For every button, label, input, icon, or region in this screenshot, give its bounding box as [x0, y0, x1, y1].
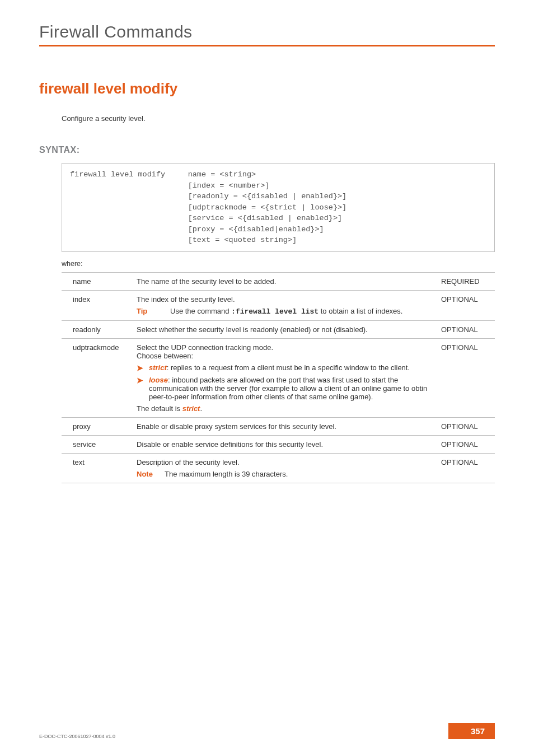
param-desc: The name of the security level to be add…	[134, 272, 439, 290]
tip-pre: Use the command	[170, 307, 231, 315]
param-desc: Description of the security level. Note …	[134, 453, 439, 483]
udp-intro2: Choose between:	[137, 352, 433, 360]
param-req: OPTIONAL	[439, 338, 495, 417]
param-req: REQUIRED	[439, 272, 495, 290]
syntax-block: firewall level modify name = <string> [i…	[62, 163, 495, 252]
param-name: text	[62, 453, 134, 483]
param-name: service	[62, 435, 134, 453]
doc-id: E-DOC-CTC-20061027-0004 v1.0	[39, 734, 115, 739]
default-pre: The default is	[137, 404, 182, 413]
default-line: The default is strict.	[137, 404, 433, 413]
table-row: text Description of the security level. …	[62, 453, 495, 483]
tip-text: Use the command :firewall level list to …	[170, 307, 402, 316]
tip-cmd: :firewall level list	[231, 307, 318, 316]
param-desc: Select the UDP connection tracking mode.…	[134, 338, 439, 417]
param-req: OPTIONAL	[439, 453, 495, 483]
table-row: name The name of the security level to b…	[62, 272, 495, 290]
param-desc: Select whether the security level is rea…	[134, 320, 439, 338]
param-name: index	[62, 290, 134, 320]
table-row: proxy Enable or disable proxy system ser…	[62, 417, 495, 435]
running-header: Firewall Commands	[39, 22, 495, 41]
param-desc: Disable or enable service definitions fo…	[134, 435, 439, 453]
footer: E-DOC-CTC-20061027-0004 v1.0 357	[39, 723, 495, 739]
bullet-text: loose: inbound packets are allowed on th…	[149, 376, 433, 401]
bullet-arrow-icon: ➤	[137, 376, 149, 401]
param-req: OPTIONAL	[439, 417, 495, 435]
loose-label: loose	[149, 376, 168, 384]
bullet-loose: ➤ loose: inbound packets are allowed on …	[137, 376, 433, 401]
strict-text: : replies to a request from a client mus…	[167, 363, 410, 372]
note-label: Note	[137, 470, 165, 478]
where-label: where:	[62, 260, 495, 268]
param-name: proxy	[62, 417, 134, 435]
bullet-arrow-icon: ➤	[137, 363, 149, 372]
params-table: name The name of the security level to b…	[62, 272, 495, 483]
text-line1: Description of the security level.	[137, 458, 433, 466]
intro-text: Configure a security level.	[62, 114, 495, 123]
default-post: .	[200, 404, 202, 413]
header-rule	[39, 45, 495, 46]
table-row: readonly Select whether the security lev…	[62, 320, 495, 338]
bullet-text: strict: replies to a request from a clie…	[149, 363, 410, 372]
page-title: firewall level modify	[39, 80, 495, 97]
note-text: The maximum length is 39 characters.	[165, 470, 288, 478]
param-name: name	[62, 272, 134, 290]
param-req: OPTIONAL	[439, 290, 495, 320]
strict-label: strict	[149, 363, 167, 372]
table-row: udptrackmode Select the UDP connection t…	[62, 338, 495, 417]
udp-intro1: Select the UDP connection tracking mode.	[137, 343, 433, 352]
loose-text: : inbound packets are allowed on the por…	[149, 376, 427, 401]
index-line1: The index of the security level.	[137, 295, 433, 304]
param-desc: Enable or disable proxy system services …	[134, 417, 439, 435]
syntax-heading: SYNTAX:	[39, 145, 495, 155]
param-desc: The index of the security level. Tip Use…	[134, 290, 439, 320]
param-name: udptrackmode	[62, 338, 134, 417]
tip-row: Tip Use the command :firewall level list…	[137, 307, 433, 316]
param-req: OPTIONAL	[439, 435, 495, 453]
page-number: 357	[448, 723, 495, 739]
tip-label: Tip	[137, 307, 170, 316]
tip-post: to obtain a list of indexes.	[318, 307, 402, 315]
default-val: strict	[182, 404, 200, 413]
note-row: Note The maximum length is 39 characters…	[137, 470, 433, 478]
bullet-strict: ➤ strict: replies to a request from a cl…	[137, 363, 433, 372]
table-row: index The index of the security level. T…	[62, 290, 495, 320]
param-req: OPTIONAL	[439, 320, 495, 338]
table-row: service Disable or enable service defini…	[62, 435, 495, 453]
param-name: readonly	[62, 320, 134, 338]
